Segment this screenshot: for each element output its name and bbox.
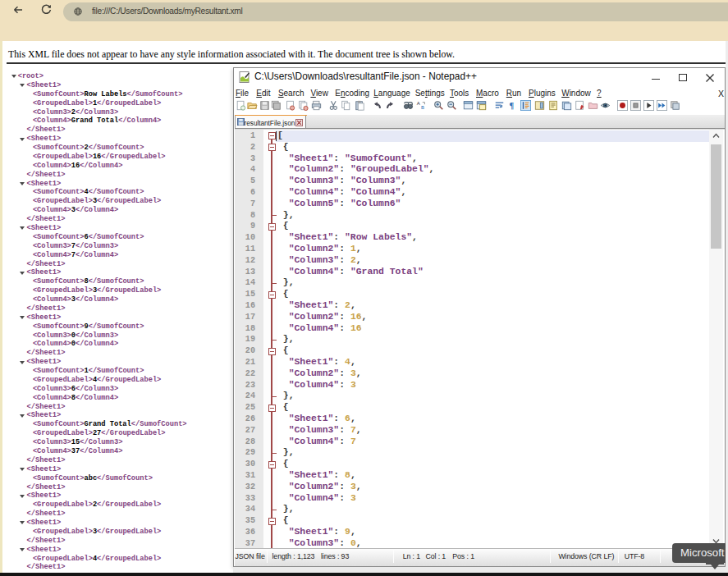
svg-text:B: B [421,105,424,110]
svg-text:A: A [417,101,421,106]
svg-text:¶: ¶ [510,101,515,110]
